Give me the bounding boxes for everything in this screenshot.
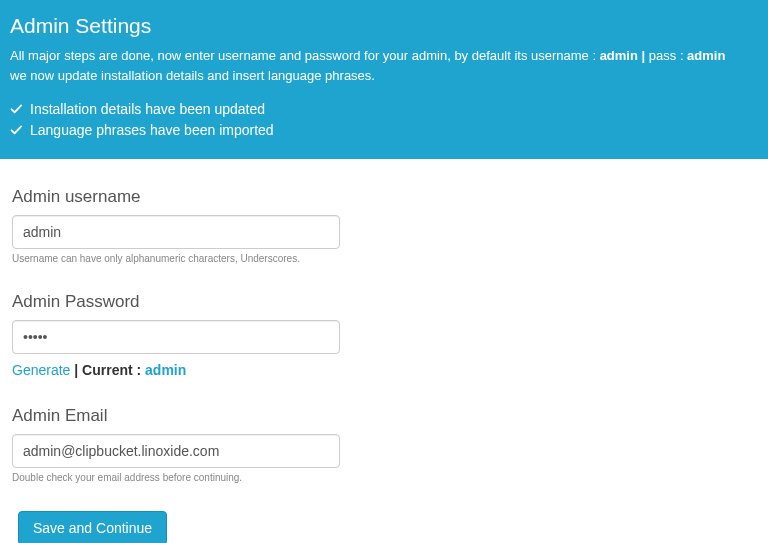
header-banner: Admin Settings All major steps are done,…	[0, 0, 768, 159]
check-icon	[10, 103, 24, 117]
username-help: Username can have only alphanumeric char…	[12, 253, 756, 264]
check-icon	[10, 124, 24, 138]
default-username: admin	[600, 48, 638, 63]
pw-sep: |	[70, 362, 82, 378]
status-text: Language phrases have been imported	[30, 120, 274, 141]
default-password: admin	[687, 48, 725, 63]
current-label: Current :	[82, 362, 145, 378]
username-label: Admin username	[12, 187, 756, 207]
save-continue-button[interactable]: Save and Continue	[18, 511, 167, 543]
email-group: Admin Email Double check your email addr…	[12, 406, 756, 483]
desc-separator: |	[638, 48, 649, 63]
desc-pass-label: pass :	[649, 48, 687, 63]
username-input[interactable]	[12, 215, 340, 249]
page-title: Admin Settings	[10, 14, 758, 38]
desc-text: All major steps are done, now enter user…	[10, 48, 600, 63]
email-help: Double check your email address before c…	[12, 472, 756, 483]
username-group: Admin username Username can have only al…	[12, 187, 756, 264]
email-label: Admin Email	[12, 406, 756, 426]
header-description: All major steps are done, now enter user…	[10, 46, 758, 85]
email-input[interactable]	[12, 434, 340, 468]
desc-line2: we now update installation details and i…	[10, 68, 375, 83]
status-text: Installation details have been updated	[30, 99, 265, 120]
password-label: Admin Password	[12, 292, 756, 312]
password-input[interactable]	[12, 320, 340, 354]
password-group: Admin Password Generate | Current : admi…	[12, 292, 756, 378]
generate-password-link[interactable]: Generate	[12, 362, 70, 378]
password-meta: Generate | Current : admin	[12, 362, 756, 378]
status-installation: Installation details have been updated	[10, 99, 758, 120]
form-area: Admin username Username can have only al…	[0, 159, 768, 543]
status-language: Language phrases have been imported	[10, 120, 758, 141]
current-password-value: admin	[145, 362, 186, 378]
